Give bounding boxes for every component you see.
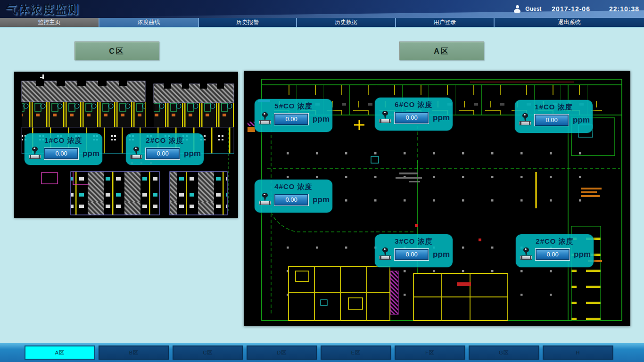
gas-sensor-icon <box>519 113 531 127</box>
gas-sensor-icon <box>379 247 391 262</box>
sensor-value: 0.00 <box>535 115 569 126</box>
gas-sensor-icon <box>379 111 391 125</box>
sensor-label: 2#CO 浓度 <box>126 136 204 145</box>
tab-user-login[interactable]: 用户登录 <box>395 18 494 27</box>
zone-button-c[interactable]: C区 <box>173 346 243 360</box>
zone-button-f[interactable]: F区 <box>395 346 465 360</box>
zone-button-d[interactable]: D区 <box>247 346 317 360</box>
sensor-unit: ppm <box>313 195 330 205</box>
sensor-value: 0.00 <box>395 112 429 123</box>
sensor-value: 0.00 <box>146 148 180 159</box>
sensor-label: 1#CO 浓度 <box>25 136 102 145</box>
gas-sensor-icon <box>520 247 532 262</box>
sensor-card-a4: 4#CO 浓度 0.00 ppm <box>255 180 332 213</box>
sensor-card-a2: 2#CO 浓度 0.00 ppm <box>516 234 594 267</box>
sensor-card-a1: 1#CO 浓度 0.00 ppm <box>515 100 593 133</box>
sensor-unit: ppm <box>83 149 99 158</box>
sensor-value: 0.00 <box>274 194 308 206</box>
tab-history-alarm[interactable]: 历史报警 <box>198 18 296 27</box>
nav-bar: 监控主页 浓度曲线 历史报警 历史数据 用户登录 退出系统 <box>0 18 644 27</box>
zone-button-g[interactable]: G区 <box>469 346 539 360</box>
sensor-unit: ppm <box>313 115 330 124</box>
sensor-card-c2: 2#CO 浓度 0.00 ppm <box>126 133 204 165</box>
sensor-card-a3: 3#CO 浓度 0.00 ppm <box>375 234 453 267</box>
a-zone-label-button[interactable]: A区 <box>399 41 484 60</box>
zone-button-a[interactable]: A区 <box>25 346 95 360</box>
user-icon <box>513 5 521 13</box>
top-bar: 气体浓度监测 Guest 2017-12-06 22:10:38 <box>0 0 644 18</box>
sensor-value: 0.00 <box>395 249 429 260</box>
tab-monitor-home[interactable]: 监控主页 <box>0 18 99 27</box>
date-display: 2017-12-06 <box>552 5 590 13</box>
sensor-label: 5#CO 浓度 <box>255 102 332 111</box>
tab-concentration-curve[interactable]: 浓度曲线 <box>99 18 198 27</box>
zone-selection-bar: A区 B区 C区 D区 E区 F区 G区 H <box>0 343 644 362</box>
user-info: Guest <box>513 5 541 13</box>
sensor-card-a5: 5#CO 浓度 0.00 ppm <box>255 99 332 132</box>
sensor-label: 4#CO 浓度 <box>255 182 332 191</box>
sensor-card-c1: 1#CO 浓度 0.00 ppm <box>25 133 102 165</box>
gas-sensor-icon <box>259 112 271 126</box>
sensor-unit: ppm <box>573 115 590 125</box>
c-zone-label-button[interactable]: C区 <box>74 41 159 60</box>
tab-exit-system[interactable]: 退出系统 <box>494 18 644 27</box>
zone-button-e[interactable]: E区 <box>321 346 391 360</box>
sensor-label: 1#CO 浓度 <box>515 103 593 112</box>
user-name: Guest <box>525 6 541 12</box>
zone-button-b[interactable]: B区 <box>99 346 169 360</box>
sensor-value: 0.00 <box>274 114 308 125</box>
sensor-unit: ppm <box>574 250 591 259</box>
sensor-label: 2#CO 浓度 <box>516 237 594 246</box>
sensor-label: 6#CO 浓度 <box>375 100 453 109</box>
page-title: 气体浓度监测 <box>6 2 79 17</box>
sensor-unit: ppm <box>433 250 450 259</box>
gas-monitor-screen: 气体浓度监测 Guest 2017-12-06 22:10:38 监控主页 浓度… <box>0 0 644 362</box>
sensor-unit: ppm <box>433 113 450 123</box>
gas-sensor-icon <box>259 193 271 207</box>
main-area: C区 A区 <box>0 28 644 343</box>
gas-sensor-icon <box>130 147 142 161</box>
time-display: 22:10:38 <box>609 5 639 13</box>
tab-history-data[interactable]: 历史数据 <box>296 18 395 27</box>
top-bar-right: Guest 2017-12-06 22:10:38 <box>513 0 639 18</box>
sensor-label: 3#CO 浓度 <box>375 237 453 246</box>
sensor-unit: ppm <box>184 149 201 158</box>
zone-button-h[interactable]: H <box>543 346 613 360</box>
gas-sensor-icon <box>29 147 41 161</box>
sensor-card-a6: 6#CO 浓度 0.00 ppm <box>375 98 453 131</box>
sensor-value: 0.00 <box>536 249 570 260</box>
sensor-value: 0.00 <box>44 148 78 159</box>
